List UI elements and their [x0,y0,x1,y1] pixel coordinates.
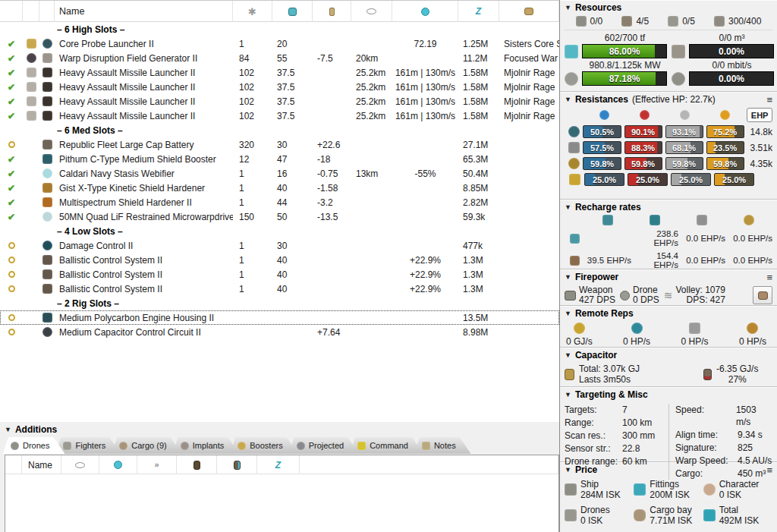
module-state-icon[interactable] [8,314,15,321]
price-column-header[interactable]: Z [458,1,499,22]
recharge-section: ▼ Recharge rates 238.6 EHP/s0.0 EHP/s0.0… [560,199,777,269]
tab-implants[interactable]: Implants [173,437,240,454]
module-row[interactable]: ✔ Heavy Assault Missile Launcher II 102 … [0,94,559,109]
module-row[interactable]: ✔ Heavy Assault Missile Launcher II 102 … [0,65,559,80]
hardpoint-stat: 300/400 [714,16,761,27]
module-row[interactable]: ✔ Multispectrum Shield Hardener II 1 44 … [0,195,559,209]
module-state-icon[interactable]: ✔ [8,111,15,121]
ammo-column-header[interactable] [499,1,559,22]
recharge-value: 0.0 EHP/s [725,234,772,243]
module-row[interactable]: ✔ Heavy Assault Missile Launcher II 102 … [0,80,559,94]
module-state-icon[interactable]: ✔ [8,82,15,93]
price-value: 11.2M [458,53,499,64]
module-state-icon[interactable]: ✔ [8,96,15,107]
module-state-icon[interactable]: ✔ [8,39,15,49]
module-state-icon[interactable] [8,257,15,263]
module-state-icon[interactable] [8,285,15,292]
remote-reps-section-header[interactable]: ▼ Remote Reps [565,307,772,320]
tab-boosters[interactable]: Boosters [230,437,297,454]
module-state-icon[interactable]: ✔ [8,197,15,208]
capacitor-drain-icon [703,369,712,380]
drone-price-column[interactable]: Z [257,455,300,474]
capacitor-section-header[interactable]: ▼ Capacitor [565,349,772,361]
tab-fighters[interactable]: Fighters [55,437,121,454]
charge-quantity: 1 [233,269,272,280]
module-row[interactable]: ✔ Heavy Assault Missile Launcher II 102 … [0,109,559,123]
module-row[interactable]: Republic Fleet Large Cap Battery 320 30 … [0,137,559,152]
drone-name-column[interactable]: Name [22,455,61,474]
module-row[interactable]: Medium Polycarbon Engine Housing II 13.5… [0,310,559,325]
tab-command[interactable]: Command [350,437,423,454]
warp-disruption-generator-icon [27,53,36,63]
module-row[interactable]: Ballistic Control System II 1 40 +22.9% … [0,282,559,296]
recharge-value: 238.6 EHP/s [631,229,678,247]
tab-notes[interactable]: Notes [414,437,471,454]
range-icon [75,462,85,468]
module-row[interactable]: Damage Control II 1 30 477k [0,238,559,253]
resistance-bar: 25.0% [584,173,624,186]
module-state-icon[interactable]: ✔ [8,154,15,165]
quantity-column-header[interactable]: ✱ [233,1,272,22]
ballistic-control-icon [42,269,52,279]
module-state-icon[interactable]: ✔ [8,68,15,78]
module-row[interactable]: ✔ Caldari Navy Stasis Webifier 1 16 -0.7… [0,166,559,181]
shield-passive-icon [602,215,613,225]
module-state-icon[interactable] [8,329,15,335]
cpu-usage: 40 [272,284,313,294]
targeting-section-header[interactable]: ▼ Targeting & Misc [565,389,772,401]
module-state-icon[interactable]: ✔ [8,53,15,64]
price-menu-icon[interactable]: ≡ [766,464,772,476]
module-row[interactable]: ✔ Core Probe Launcher II 1 20 72.19 1.25… [0,36,559,51]
cap-usage: +22.6 [313,140,351,150]
tab-drones[interactable]: Drones [3,437,64,454]
module-row[interactable]: ✔ Warp Disruption Field Generator II 84 … [0,51,559,65]
module-row[interactable]: Medium Capacitor Control Circuit II +7.6… [0,325,559,339]
tab-projected[interactable]: Projected [289,437,359,454]
tab-cargo-9[interactable]: Cargo (9) [112,437,181,454]
recharge-section-header[interactable]: ▼ Recharge rates [565,201,772,213]
additions-header[interactable]: ▼ Additions [0,422,559,437]
dronebay-gauge: 0/0 m³0.00% [672,33,774,58]
module-row[interactable]: Ballistic Control System II 1 40 +22.9% … [0,253,559,267]
range-column-header[interactable] [351,1,392,22]
capacitor-column-header[interactable] [313,1,351,22]
module-state-icon[interactable]: ✔ [8,212,15,222]
module-row[interactable]: ✔ 50MN Quad LiF Restrained Microwarpdriv… [0,209,559,224]
recharge-title: Recharge rates [575,202,641,212]
module-state-icon[interactable]: ✔ [8,183,15,194]
recharge-value: 154.4 EHP/s [631,251,678,269]
resources-section-header[interactable]: ▼ Resources [565,2,772,14]
ehp-toggle-button[interactable]: EHP [747,108,772,122]
charge-quantity: 1 [233,241,272,251]
price-value: 50.4M [458,168,499,179]
damage-graph-button[interactable] [753,286,772,304]
firepower-section-header[interactable]: ▼ Firepower ≡ [565,271,772,283]
module-state-icon[interactable] [8,242,15,249]
resistances-section-header[interactable]: ▼ Resistances (Effective HP: 22.7k) ≡ [565,93,772,105]
ammo-name: Mjolnir Rage [499,82,559,93]
ammo-name: Sisters Core S [499,39,559,49]
slot-section-label: – 6 High Slots – [57,24,124,35]
resistance-row: 25.0%25.0%25.0%25.0% [565,173,772,186]
cpu-column-header[interactable] [272,1,313,22]
module-state-icon[interactable]: ✔ [8,168,15,179]
module-row[interactable]: ✔ Pithum C-Type Medium Shield Booster 12… [0,152,559,166]
drone-shield-column[interactable] [177,455,217,474]
firepower-menu-icon[interactable]: ≡ [766,272,772,283]
resistance-bar: 68.1% [665,141,703,154]
drone-misc-column[interactable] [99,455,137,474]
module-state-icon[interactable] [8,271,15,278]
name-column-header[interactable]: Name [55,1,233,22]
resource-bars: 602/700 tf86.00%0/0 m³0.00%980.8/1.125k … [565,33,772,86]
module-row[interactable]: Ballistic Control System II 1 40 +22.9% … [0,267,559,282]
module-state-icon[interactable] [8,141,15,148]
drone-speed-column[interactable]: » [137,455,177,474]
missile-charge-icon [42,96,52,106]
drone-range-column[interactable] [61,455,99,474]
module-row[interactable]: ✔ Gist X-Type Kinetic Shield Hardener 1 … [0,181,559,195]
ehp-value: 14.8k [750,127,772,137]
resistances-menu-icon[interactable]: ≡ [766,94,772,105]
misc-column-header[interactable] [392,1,458,22]
drone-shield-regen-column[interactable] [217,455,257,474]
missile-launcher-icon [27,68,36,77]
